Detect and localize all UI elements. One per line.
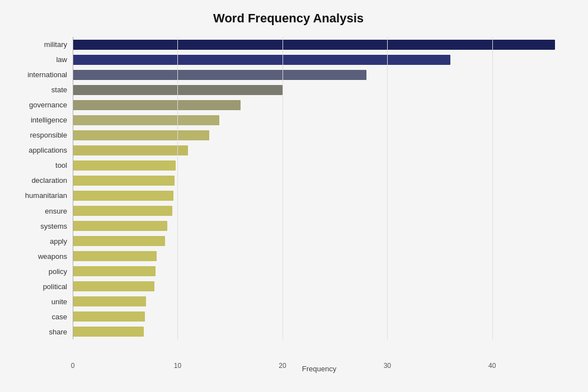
bar-row [73,295,566,308]
bar [73,221,167,231]
y-label: apply [50,238,67,245]
y-label: law [56,56,67,63]
bar-row [73,220,566,232]
grid-line [73,37,73,339]
y-label: applications [29,147,67,154]
bar-row [73,69,566,81]
bar-row [73,39,566,51]
grid-line [177,37,178,339]
bar [73,130,209,140]
bar-row [73,310,566,323]
bar [73,55,450,65]
bar [73,160,176,171]
bar-row [73,174,566,187]
y-label: share [49,328,67,336]
bar-row [73,84,566,96]
bar-row [73,99,566,111]
y-label: weapons [38,253,67,260]
grid-line [283,37,283,339]
y-label: ensure [45,207,67,215]
bar [73,176,175,186]
grid-line [492,37,493,339]
y-label: state [51,86,67,93]
bar [73,266,156,276]
bar-row [73,54,566,66]
y-label: case [52,313,67,320]
y-label: intelligence [31,116,67,124]
y-label: tool [55,162,67,169]
bar-row [73,265,566,277]
y-label: humanitarian [25,192,67,199]
y-label: political [43,283,67,290]
y-label: systems [40,223,67,230]
chart-title: Word Frequency Analysis [11,11,566,26]
y-label: declaration [31,177,67,184]
bar [73,281,154,291]
bar [73,100,241,110]
bar-row [73,280,566,292]
bar [73,191,173,201]
chart-area: militarylawinternationalstategovernancei… [11,37,566,339]
bar-row [73,159,566,172]
bar [73,206,172,216]
chart-container: Word Frequency Analysis militarylawinter… [0,0,588,392]
x-axis-label: Frequency [73,365,566,373]
bar [73,145,188,155]
bar-row [73,205,566,217]
y-label: governance [29,101,67,108]
bar-row [73,114,566,126]
bar-row [73,190,566,202]
bar [73,327,144,337]
bar-row [73,144,566,157]
grid-line [387,37,388,339]
y-label: international [27,71,67,78]
bar-row [73,129,566,141]
bar [73,311,145,322]
y-label: military [44,41,67,48]
bars-area: 010203040 Frequency [73,37,566,339]
y-label: unite [51,298,67,305]
bar-row [73,250,566,262]
y-label: responsible [30,131,68,139]
bar [73,40,555,50]
bar [73,236,165,246]
bar [73,115,219,125]
bar-row [73,235,566,247]
bar [73,296,146,306]
bar [73,70,366,80]
y-axis: militarylawinternationalstategovernancei… [11,37,73,339]
bar [73,251,157,261]
bar [73,85,283,95]
y-label: policy [49,268,67,275]
bar-row [73,325,566,338]
